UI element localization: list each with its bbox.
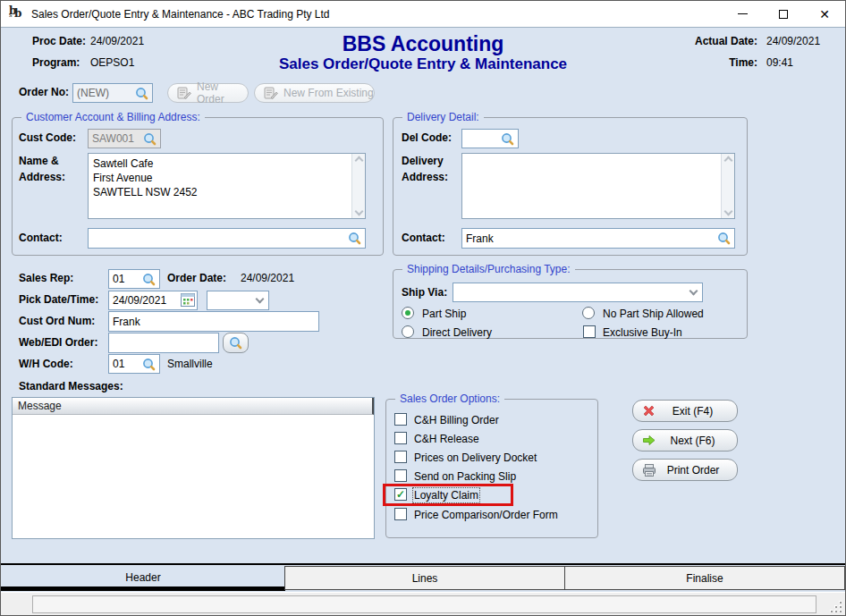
tab-lines-label: Lines xyxy=(412,572,438,585)
order-no-search-icon[interactable] xyxy=(135,87,148,100)
next-arrow-icon xyxy=(642,434,656,447)
exit-x-icon xyxy=(642,404,656,418)
billing-contact-search-icon[interactable] xyxy=(348,232,361,245)
app-window: bsb Sales Order/Quote Entry & Maintenanc… xyxy=(0,0,846,616)
tab-header[interactable]: Header xyxy=(1,571,285,584)
scroll-up-icon[interactable] xyxy=(723,156,732,165)
scroll-down-icon[interactable] xyxy=(723,207,732,216)
actual-date-value: 24/09/2021 xyxy=(766,35,820,47)
actual-date-label: Actual Date: xyxy=(695,35,757,47)
tab-strip-divider xyxy=(1,563,845,565)
calendar-icon[interactable] xyxy=(181,293,195,308)
cust-ord-num-value: Frank xyxy=(113,316,140,328)
print-order-button[interactable]: Print Order xyxy=(632,459,738,481)
screen-title: Sales Order/Quote Entry & Maintenance xyxy=(1,55,845,73)
exclusive-buyin-checkbox[interactable] xyxy=(583,325,596,338)
order-date-label: Order Date: xyxy=(167,272,226,284)
name-address-label-1: Name & xyxy=(19,155,59,167)
scroll-up-icon[interactable] xyxy=(354,156,363,165)
maximize-button[interactable] xyxy=(763,1,804,27)
cust-ord-num-field[interactable]: Frank xyxy=(108,311,319,332)
pick-date-field[interactable]: 24/09/2021 xyxy=(108,291,198,310)
chevron-down-icon xyxy=(689,287,698,296)
delivery-address-scrollbar[interactable] xyxy=(721,154,734,218)
customer-group-caption: Customer Account & Billing Address: xyxy=(21,111,205,123)
status-message-field xyxy=(32,595,816,613)
option-checkbox-price-comparison[interactable] xyxy=(394,508,407,520)
part-ship-label: Part Ship xyxy=(422,308,466,320)
pick-time-combobox[interactable] xyxy=(207,291,269,310)
part-ship-radio[interactable] xyxy=(402,307,414,319)
wh-code-label: W/H Code: xyxy=(19,358,73,370)
billing-address-text: Sawtell Cafe First Avenue SAWTELL NSW 24… xyxy=(89,154,351,218)
tab-header-active-underline xyxy=(1,586,285,591)
option-label-ch-billing: C&H Billing Order xyxy=(414,414,499,426)
shipping-group-caption: Shipping Details/Purchasing Type: xyxy=(402,263,575,275)
del-code-field[interactable] xyxy=(461,129,519,148)
minimize-button[interactable] xyxy=(722,1,763,27)
delivery-address-textarea[interactable] xyxy=(461,153,735,219)
exclusive-buyin-label: Exclusive Buy-In xyxy=(603,326,682,339)
wh-code-field[interactable]: 01 xyxy=(108,354,160,374)
standard-messages-label: Standard Messages: xyxy=(19,380,123,392)
minimize-icon xyxy=(738,13,748,14)
web-edi-search-button[interactable] xyxy=(223,333,249,353)
close-button[interactable]: ✕ xyxy=(804,1,845,27)
order-no-value: (NEW) xyxy=(77,87,109,99)
sales-rep-label: Sales Rep: xyxy=(19,272,73,284)
delivery-address-text xyxy=(462,154,721,218)
message-column-header[interactable]: Message xyxy=(13,398,374,415)
tab-lines[interactable]: Lines xyxy=(284,566,565,590)
sales-rep-field[interactable]: 01 xyxy=(108,269,160,289)
option-checkbox-ch-billing[interactable] xyxy=(394,413,407,426)
web-edi-field[interactable] xyxy=(108,333,219,353)
delivery-address-label-1: Delivery xyxy=(402,155,444,167)
direct-delivery-radio[interactable] xyxy=(402,325,414,338)
next-button-label: Next (F6) xyxy=(661,435,737,447)
billing-address-textarea[interactable]: Sawtell Cafe First Avenue SAWTELL NSW 24… xyxy=(88,153,366,219)
option-label-prices-docket: Prices on Delivery Docket xyxy=(414,451,537,464)
no-part-ship-radio[interactable] xyxy=(582,307,595,319)
cust-code-search-icon[interactable] xyxy=(143,132,157,146)
delivery-contact-search-icon[interactable] xyxy=(717,232,731,245)
option-checkbox-prices-docket[interactable] xyxy=(394,451,407,463)
delivery-contact-value: Frank xyxy=(466,232,494,245)
delivery-contact-field[interactable]: Frank xyxy=(461,228,735,249)
option-checkbox-ch-release[interactable] xyxy=(394,432,407,444)
printer-icon xyxy=(642,463,656,477)
chevron-down-icon xyxy=(256,295,265,304)
sales-rep-value: 01 xyxy=(113,273,124,285)
web-edi-label: Web/EDI Order: xyxy=(19,336,97,349)
exit-button[interactable]: Exit (F4) xyxy=(632,400,738,422)
wh-name-value: Smallville xyxy=(167,358,213,370)
delivery-address-label-2: Address: xyxy=(402,171,448,183)
billing-contact-field[interactable] xyxy=(88,228,366,249)
exit-button-label: Exit (F4) xyxy=(661,405,737,418)
new-order-label: New Order xyxy=(197,80,248,105)
option-checkbox-packing-slip[interactable] xyxy=(394,469,407,482)
delivery-contact-label: Contact: xyxy=(402,232,445,244)
wh-code-search-icon[interactable] xyxy=(142,358,156,371)
resize-grip[interactable] xyxy=(828,599,842,612)
ship-via-combobox[interactable] xyxy=(453,283,703,302)
next-button[interactable]: Next (F6) xyxy=(632,429,738,451)
cust-code-field[interactable]: SAW001 xyxy=(88,129,161,148)
sales-rep-search-icon[interactable] xyxy=(142,273,156,286)
scroll-down-icon[interactable] xyxy=(354,207,363,216)
tab-finalise[interactable]: Finalise xyxy=(564,566,845,590)
new-from-existing-button[interactable]: New From Existing xyxy=(254,83,375,103)
status-bar xyxy=(1,592,845,615)
new-order-button[interactable]: New Order xyxy=(167,83,249,103)
cust-ord-num-label: Cust Ord Num: xyxy=(19,315,95,327)
ship-via-label: Ship Via: xyxy=(402,286,447,299)
name-address-label-2: Address: xyxy=(19,171,65,183)
billing-address-scrollbar[interactable] xyxy=(351,154,365,218)
annotation-highlight-loyalty-claim xyxy=(383,484,513,506)
order-no-field[interactable]: (NEW) xyxy=(72,83,153,103)
pick-date-value: 24/09/2021 xyxy=(113,294,166,307)
standard-messages-list[interactable]: Message xyxy=(12,397,375,539)
del-code-search-icon[interactable] xyxy=(501,132,514,146)
new-from-existing-label: New From Existing xyxy=(283,87,374,99)
option-label-price-comparison: Price Comparison/Order Form xyxy=(414,509,558,521)
title-bar: bsb Sales Order/Quote Entry & Maintenanc… xyxy=(1,1,845,28)
